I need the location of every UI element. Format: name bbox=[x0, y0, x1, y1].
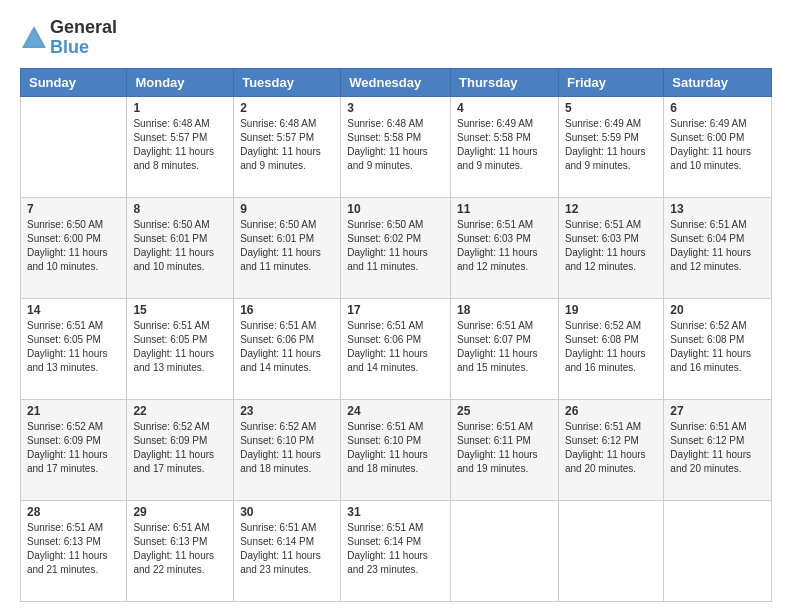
sunset-label: Sunset: 6:03 PM bbox=[457, 233, 531, 244]
day-number: 23 bbox=[240, 404, 334, 418]
sunset-label: Sunset: 6:12 PM bbox=[670, 435, 744, 446]
daylight-label: Daylight: 11 hours and 12 minutes. bbox=[457, 247, 538, 272]
day-info: Sunrise: 6:51 AMSunset: 6:03 PMDaylight:… bbox=[565, 218, 657, 274]
sunset-label: Sunset: 6:08 PM bbox=[670, 334, 744, 345]
daylight-label: Daylight: 11 hours and 18 minutes. bbox=[347, 449, 428, 474]
day-info: Sunrise: 6:51 AMSunset: 6:03 PMDaylight:… bbox=[457, 218, 552, 274]
weekday-header-row: SundayMondayTuesdayWednesdayThursdayFrid… bbox=[21, 68, 772, 96]
sunrise-label: Sunrise: 6:51 AM bbox=[565, 421, 641, 432]
sunset-label: Sunset: 5:58 PM bbox=[347, 132, 421, 143]
day-info: Sunrise: 6:51 AMSunset: 6:06 PMDaylight:… bbox=[347, 319, 444, 375]
daylight-label: Daylight: 11 hours and 11 minutes. bbox=[240, 247, 321, 272]
sunrise-label: Sunrise: 6:51 AM bbox=[565, 219, 641, 230]
daylight-label: Daylight: 11 hours and 23 minutes. bbox=[240, 550, 321, 575]
day-info: Sunrise: 6:48 AMSunset: 5:58 PMDaylight:… bbox=[347, 117, 444, 173]
sunset-label: Sunset: 6:00 PM bbox=[27, 233, 101, 244]
calendar-cell: 17Sunrise: 6:51 AMSunset: 6:06 PMDayligh… bbox=[341, 298, 451, 399]
sunrise-label: Sunrise: 6:51 AM bbox=[133, 522, 209, 533]
sunset-label: Sunset: 6:10 PM bbox=[347, 435, 421, 446]
calendar-cell: 14Sunrise: 6:51 AMSunset: 6:05 PMDayligh… bbox=[21, 298, 127, 399]
day-number: 3 bbox=[347, 101, 444, 115]
sunset-label: Sunset: 6:14 PM bbox=[347, 536, 421, 547]
sunset-label: Sunset: 5:57 PM bbox=[240, 132, 314, 143]
sunset-label: Sunset: 5:57 PM bbox=[133, 132, 207, 143]
weekday-header-monday: Monday bbox=[127, 68, 234, 96]
day-number: 26 bbox=[565, 404, 657, 418]
day-info: Sunrise: 6:51 AMSunset: 6:10 PMDaylight:… bbox=[347, 420, 444, 476]
day-info: Sunrise: 6:52 AMSunset: 6:08 PMDaylight:… bbox=[565, 319, 657, 375]
sunrise-label: Sunrise: 6:48 AM bbox=[133, 118, 209, 129]
day-info: Sunrise: 6:50 AMSunset: 6:01 PMDaylight:… bbox=[133, 218, 227, 274]
day-number: 11 bbox=[457, 202, 552, 216]
sunset-label: Sunset: 6:01 PM bbox=[240, 233, 314, 244]
day-number: 8 bbox=[133, 202, 227, 216]
sunset-label: Sunset: 6:06 PM bbox=[347, 334, 421, 345]
day-number: 9 bbox=[240, 202, 334, 216]
daylight-label: Daylight: 11 hours and 19 minutes. bbox=[457, 449, 538, 474]
calendar-cell: 6Sunrise: 6:49 AMSunset: 6:00 PMDaylight… bbox=[664, 96, 772, 197]
daylight-label: Daylight: 11 hours and 12 minutes. bbox=[670, 247, 751, 272]
calendar-week-row: 21Sunrise: 6:52 AMSunset: 6:09 PMDayligh… bbox=[21, 399, 772, 500]
calendar-cell: 22Sunrise: 6:52 AMSunset: 6:09 PMDayligh… bbox=[127, 399, 234, 500]
day-number: 5 bbox=[565, 101, 657, 115]
day-info: Sunrise: 6:51 AMSunset: 6:12 PMDaylight:… bbox=[565, 420, 657, 476]
calendar-cell: 28Sunrise: 6:51 AMSunset: 6:13 PMDayligh… bbox=[21, 500, 127, 601]
sunrise-label: Sunrise: 6:51 AM bbox=[27, 522, 103, 533]
daylight-label: Daylight: 11 hours and 18 minutes. bbox=[240, 449, 321, 474]
sunrise-label: Sunrise: 6:52 AM bbox=[240, 421, 316, 432]
calendar-cell: 26Sunrise: 6:51 AMSunset: 6:12 PMDayligh… bbox=[558, 399, 663, 500]
daylight-label: Daylight: 11 hours and 16 minutes. bbox=[670, 348, 751, 373]
sunset-label: Sunset: 6:00 PM bbox=[670, 132, 744, 143]
day-info: Sunrise: 6:51 AMSunset: 6:05 PMDaylight:… bbox=[133, 319, 227, 375]
calendar-cell: 31Sunrise: 6:51 AMSunset: 6:14 PMDayligh… bbox=[341, 500, 451, 601]
day-number: 17 bbox=[347, 303, 444, 317]
day-info: Sunrise: 6:51 AMSunset: 6:14 PMDaylight:… bbox=[347, 521, 444, 577]
calendar-cell: 9Sunrise: 6:50 AMSunset: 6:01 PMDaylight… bbox=[234, 197, 341, 298]
calendar-cell: 1Sunrise: 6:48 AMSunset: 5:57 PMDaylight… bbox=[127, 96, 234, 197]
day-info: Sunrise: 6:51 AMSunset: 6:13 PMDaylight:… bbox=[133, 521, 227, 577]
calendar-cell: 25Sunrise: 6:51 AMSunset: 6:11 PMDayligh… bbox=[451, 399, 559, 500]
daylight-label: Daylight: 11 hours and 13 minutes. bbox=[27, 348, 108, 373]
sunrise-label: Sunrise: 6:50 AM bbox=[133, 219, 209, 230]
daylight-label: Daylight: 11 hours and 17 minutes. bbox=[27, 449, 108, 474]
weekday-header-thursday: Thursday bbox=[451, 68, 559, 96]
sunset-label: Sunset: 6:13 PM bbox=[133, 536, 207, 547]
calendar-week-row: 14Sunrise: 6:51 AMSunset: 6:05 PMDayligh… bbox=[21, 298, 772, 399]
sunset-label: Sunset: 6:11 PM bbox=[457, 435, 531, 446]
day-info: Sunrise: 6:51 AMSunset: 6:06 PMDaylight:… bbox=[240, 319, 334, 375]
daylight-label: Daylight: 11 hours and 21 minutes. bbox=[27, 550, 108, 575]
day-info: Sunrise: 6:51 AMSunset: 6:12 PMDaylight:… bbox=[670, 420, 765, 476]
daylight-label: Daylight: 11 hours and 14 minutes. bbox=[240, 348, 321, 373]
calendar-cell: 21Sunrise: 6:52 AMSunset: 6:09 PMDayligh… bbox=[21, 399, 127, 500]
sunrise-label: Sunrise: 6:51 AM bbox=[347, 421, 423, 432]
sunrise-label: Sunrise: 6:50 AM bbox=[347, 219, 423, 230]
sunrise-label: Sunrise: 6:49 AM bbox=[457, 118, 533, 129]
logo-text: General Blue bbox=[50, 18, 117, 58]
sunrise-label: Sunrise: 6:51 AM bbox=[240, 522, 316, 533]
daylight-label: Daylight: 11 hours and 10 minutes. bbox=[27, 247, 108, 272]
logo-icon bbox=[20, 24, 48, 52]
day-number: 20 bbox=[670, 303, 765, 317]
daylight-label: Daylight: 11 hours and 15 minutes. bbox=[457, 348, 538, 373]
day-number: 13 bbox=[670, 202, 765, 216]
calendar-cell bbox=[21, 96, 127, 197]
day-number: 27 bbox=[670, 404, 765, 418]
sunset-label: Sunset: 6:01 PM bbox=[133, 233, 207, 244]
sunset-label: Sunset: 6:06 PM bbox=[240, 334, 314, 345]
sunrise-label: Sunrise: 6:50 AM bbox=[240, 219, 316, 230]
sunrise-label: Sunrise: 6:52 AM bbox=[27, 421, 103, 432]
calendar-cell: 30Sunrise: 6:51 AMSunset: 6:14 PMDayligh… bbox=[234, 500, 341, 601]
day-info: Sunrise: 6:51 AMSunset: 6:05 PMDaylight:… bbox=[27, 319, 120, 375]
calendar-cell bbox=[558, 500, 663, 601]
sunset-label: Sunset: 6:03 PM bbox=[565, 233, 639, 244]
day-number: 19 bbox=[565, 303, 657, 317]
weekday-header-saturday: Saturday bbox=[664, 68, 772, 96]
calendar-cell: 4Sunrise: 6:49 AMSunset: 5:58 PMDaylight… bbox=[451, 96, 559, 197]
day-number: 22 bbox=[133, 404, 227, 418]
daylight-label: Daylight: 11 hours and 11 minutes. bbox=[347, 247, 428, 272]
weekday-header-wednesday: Wednesday bbox=[341, 68, 451, 96]
daylight-label: Daylight: 11 hours and 9 minutes. bbox=[347, 146, 428, 171]
daylight-label: Daylight: 11 hours and 9 minutes. bbox=[240, 146, 321, 171]
calendar-week-row: 1Sunrise: 6:48 AMSunset: 5:57 PMDaylight… bbox=[21, 96, 772, 197]
daylight-label: Daylight: 11 hours and 9 minutes. bbox=[457, 146, 538, 171]
